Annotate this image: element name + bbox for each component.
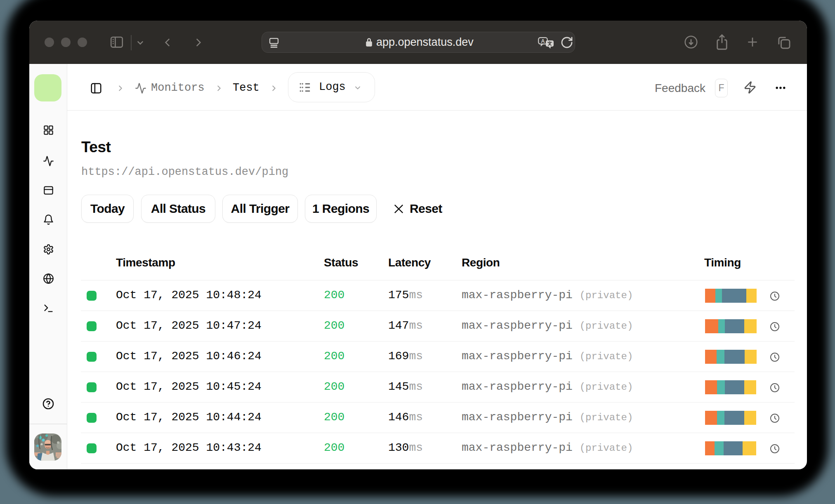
svg-text:A: A	[541, 38, 545, 44]
